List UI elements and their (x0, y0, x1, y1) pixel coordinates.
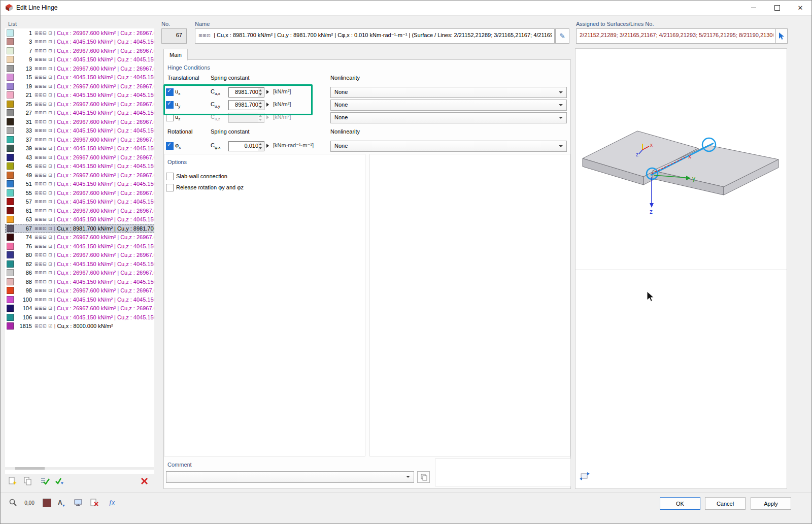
tab-main[interactable]: Main (163, 49, 188, 60)
color-swatch-button[interactable] (40, 497, 54, 509)
list-item[interactable]: 27⊞⊞⊟ ⊡ |Cu,x : 4045.150 kN/m² | Cu,z : … (5, 109, 154, 118)
dof-grid-icons: ⊞⊞⊟ ⊡ | (35, 297, 55, 302)
list-item[interactable]: 21⊞⊞⊟ ⊡ |Cu,x : 4045.150 kN/m² | Cu,z : … (5, 91, 154, 100)
list-item[interactable]: 88⊞⊞⊟ ⊡ |Cu,x : 4045.150 kN/m² | Cu,z : … (5, 277, 154, 286)
assigned-value: 2/21152,21289; 3/21165,21167; 4/21169,21… (580, 32, 773, 38)
release-rotation-checkbox[interactable]: ✓ (166, 184, 174, 191)
list-item[interactable]: 82⊞⊞⊟ ⊡ |Cu,x : 4045.150 kN/m² | Cu,z : … (5, 259, 154, 269)
copy-hinge-button[interactable] (21, 475, 33, 486)
list-item[interactable]: 74⊞⊞⊟ ⊡ |Cu,x : 26967.600 kN/m² | Cu,z :… (5, 233, 154, 242)
list-item-text: Cu,x : 26967.600 kN/m² | Cu,z : 26967.6 (57, 137, 154, 143)
list-item[interactable]: 7⊞⊞⊟ ⊡ |Cu,x : 26967.600 kN/m² | Cu,z : … (5, 46, 154, 55)
list-item-number: 51 (14, 181, 32, 187)
edit-name-button[interactable]: ✎ (555, 28, 569, 44)
list-item[interactable]: 1⊞⊞⊟ ⊡ |Cu,x : 26967.600 kN/m² | Cu,z : … (5, 28, 154, 38)
phix-spinner[interactable] (258, 141, 264, 151)
list-item[interactable]: 57⊞⊞⊟ ⊡ |Cu,x : 4045.150 kN/m² | Cu,z : … (5, 198, 154, 207)
select-objects-button[interactable] (775, 28, 788, 44)
color-swatch (7, 118, 14, 125)
minimize-button[interactable] (742, 0, 765, 15)
copy-icon (420, 474, 427, 481)
list-item[interactable]: 76⊞⊞⊟ ⊡ |Cu,x : 4045.150 kN/m² | Cu,z : … (5, 242, 154, 251)
list-item-text: Cu,x : 4045.150 kN/m² | Cu,z : 4045.150 (57, 127, 154, 134)
formula-button[interactable]: ƒx (105, 497, 119, 509)
list-item[interactable]: 33⊞⊞⊟ ⊡ |Cu,x : 4045.150 kN/m² | Cu,z : … (5, 126, 154, 136)
list-item[interactable]: 39⊞⊞⊟ ⊡ |Cu,x : 4045.150 kN/m² | Cu,z : … (5, 144, 154, 153)
list-item[interactable]: 98⊞⊞⊟ ⊡ |Cu,x : 26967.600 kN/m² | Cu,z :… (5, 286, 154, 296)
list-item[interactable]: 3⊞⊞⊟ ⊡ |Cu,x : 4045.150 kN/m² | Cu,z : 4… (5, 38, 154, 47)
dof-grid-icons: ⊞⊞⊟ ⊡ | (35, 57, 55, 62)
scrollbar-thumb[interactable] (15, 467, 45, 470)
list-item[interactable]: 25⊞⊞⊟ ⊡ |Cu,x : 26967.600 kN/m² | Cu,z :… (5, 100, 154, 109)
phix-checkbox[interactable]: ✓ (166, 142, 174, 150)
decimal-places-button[interactable]: 0,00 (22, 497, 37, 509)
cancel-button[interactable]: Cancel (705, 497, 746, 510)
slab-wall-checkbox[interactable]: ✓ (166, 173, 174, 180)
list-item[interactable]: 1815⊞⊡⊡ ☑ |Cu,x : 8000.000 kN/m² (5, 322, 154, 331)
list-item-text: Cu,x : 4045.150 kN/m² | Cu,z : 4045.150 (57, 56, 154, 62)
maximize-button[interactable] (765, 0, 789, 15)
color-swatch (7, 154, 14, 161)
list-item[interactable]: 104⊞⊞⊟ ⊡ |Cu,x : 26967.600 kN/m² | Cu,z … (5, 304, 154, 313)
list-item[interactable]: 15⊞⊞⊟ ⊡ |Cu,x : 4045.150 kN/m² | Cu,z : … (5, 73, 154, 82)
list-item[interactable]: 49⊞⊞⊟ ⊡ |Cu,x : 26967.600 kN/m² | Cu,z :… (5, 171, 154, 180)
list-item-text: Cu,x : 4045.150 kN/m² | Cu,z : 4045.150 (57, 163, 154, 169)
name-field[interactable]: ⊞⊞⊡ | Cu,x : 8981.700 kN/m² | Cu,y : 898… (195, 28, 555, 44)
phix-param-arrow[interactable] (266, 144, 269, 148)
search-button[interactable] (6, 497, 20, 509)
delete-hinge-button[interactable] (138, 475, 150, 486)
ux-nonlinearity-select[interactable]: None (330, 87, 567, 98)
list-item[interactable]: 37⊞⊞⊟ ⊡ |Cu,x : 26967.600 kN/m² | Cu,z :… (5, 135, 154, 144)
list-item-text: Cu,x : 8000.000 kN/m² (57, 323, 113, 329)
display-settings-button[interactable] (71, 497, 85, 509)
list-item[interactable]: 63⊞⊞⊟ ⊡ |Cu,x : 4045.150 kN/m² | Cu,z : … (5, 215, 154, 224)
list-item[interactable]: 51⊞⊞⊟ ⊡ |Cu,x : 4045.150 kN/m² | Cu,z : … (5, 180, 154, 189)
list-item-text: Cu,x : 4045.150 kN/m² | Cu,z : 4045.150 (57, 243, 154, 249)
list-item-number: 49 (14, 172, 32, 178)
comment-select[interactable] (166, 471, 414, 483)
new-hinge-button[interactable] (6, 475, 18, 486)
comment-copy-button[interactable] (417, 471, 430, 483)
chevron-down-icon (559, 117, 563, 119)
title-bar: Edit Line Hinge ✕ (0, 0, 812, 16)
uz-nonlinearity-select[interactable]: None (330, 112, 567, 123)
phix-nonlinearity-select[interactable]: None (330, 141, 567, 152)
remove-annotation-button[interactable] (87, 497, 101, 509)
ok-button[interactable]: OK (660, 497, 700, 510)
annotation-button[interactable]: A (54, 497, 68, 509)
list-item[interactable]: 55⊞⊞⊟ ⊡ |Cu,x : 26967.600 kN/m² | Cu,z :… (5, 188, 154, 198)
list-item[interactable]: 67⊞⊞⊡ ⊡ |Cu,x : 8981.700 kN/m² | Cu,y : … (5, 224, 154, 233)
apply-button[interactable]: Apply (751, 497, 791, 510)
close-button[interactable]: ✕ (789, 0, 812, 15)
list-item-number: 61 (14, 208, 32, 214)
color-swatch (7, 91, 14, 99)
check-selected-button[interactable] (39, 475, 51, 486)
list-item[interactable]: 86⊞⊞⊟ ⊡ |Cu,x : 26967.600 kN/m² | Cu,z :… (5, 269, 154, 278)
list-item-number: 88 (14, 279, 32, 285)
list-item[interactable]: 100⊞⊞⊟ ⊡ |Cu,x : 4045.150 kN/m² | Cu,z :… (5, 295, 154, 304)
update-view-button[interactable] (580, 472, 590, 482)
nonlinearity-label-2: Nonlinearity (330, 128, 360, 135)
list-item-number: 63 (14, 216, 32, 222)
list-item[interactable]: 9⊞⊞⊟ ⊡ |Cu,x : 4045.150 kN/m² | Cu,z : 4… (5, 55, 154, 64)
list-item[interactable]: 80⊞⊞⊟ ⊡ |Cu,x : 26967.600 kN/m² | Cu,z :… (5, 251, 154, 260)
options-panel (164, 154, 365, 456)
list-h-scrollbar[interactable] (5, 467, 154, 470)
list-item[interactable]: 19⊞⊞⊟ ⊡ |Cu,x : 26967.600 kN/m² | Cu,z :… (5, 82, 154, 91)
list-item[interactable]: 13⊞⊞⊟ ⊡ |Cu,x : 26967.600 kN/m² | Cu,z :… (5, 64, 154, 73)
uy-nonlinearity-select[interactable]: None (330, 100, 567, 111)
dof-grid-icons: ⊞⊞⊟ ⊡ | (35, 102, 55, 107)
hinge-list[interactable]: 1⊞⊞⊟ ⊡ |Cu,x : 26967.600 kN/m² | Cu,z : … (5, 28, 154, 474)
phix-spring-input[interactable]: 0.010 (228, 141, 261, 151)
list-item[interactable]: 31⊞⊞⊟ ⊡ |Cu,x : 26967.600 kN/m² | Cu,z :… (5, 117, 154, 126)
list-item[interactable]: 45⊞⊞⊟ ⊡ |Cu,x : 4045.150 kN/m² | Cu,z : … (5, 162, 154, 171)
chevron-down-icon (406, 476, 410, 478)
check-transfer-button[interactable] (53, 475, 65, 486)
uz-param-arrow (266, 115, 269, 119)
list-item[interactable]: 43⊞⊞⊟ ⊡ |Cu,x : 26967.600 kN/m² | Cu,z :… (5, 153, 154, 162)
list-item-text: Cu,x : 26967.600 kN/m² | Cu,z : 26967.6 (57, 190, 154, 196)
list-item[interactable]: 106⊞⊞⊟ ⊡ |Cu,x : 4045.150 kN/m² | Cu,z :… (5, 313, 154, 322)
list-item[interactable]: 61⊞⊞⊟ ⊡ |Cu,x : 26967.600 kN/m² | Cu,z :… (5, 206, 154, 215)
viewport-3d[interactable]: x z x y z (575, 48, 787, 489)
assigned-field[interactable]: 2/21152,21289; 3/21165,21167; 4/21169,21… (576, 28, 776, 44)
